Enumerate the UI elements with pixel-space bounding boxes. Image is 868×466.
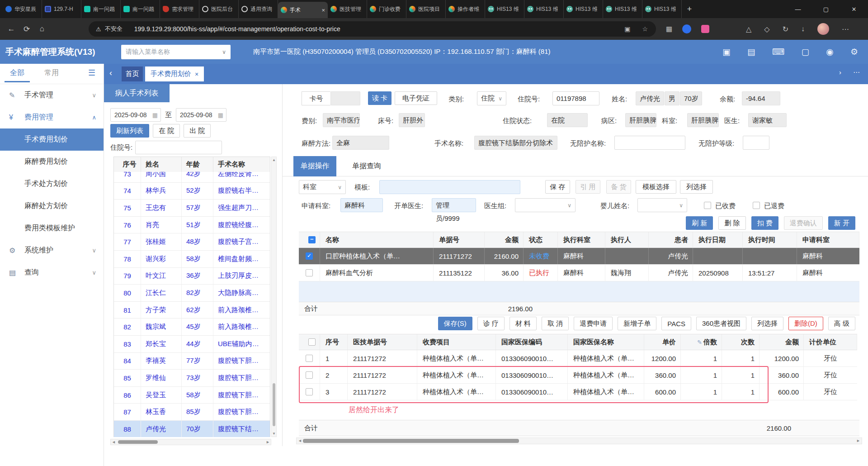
patient-horizontal-scrollbar[interactable]: ◄ ► xyxy=(110,439,271,445)
sidebar-group-query[interactable]: ▤ 查询 ∨ xyxy=(0,262,104,284)
header-tool-icon[interactable]: ▣ xyxy=(722,47,731,57)
req-dept-value[interactable]: 麻醉科 xyxy=(340,198,383,212)
sidebar-item[interactable]: 费用类模板维护 xyxy=(0,217,104,239)
detail-toolbar-button[interactable]: 退费申请 xyxy=(574,317,613,330)
sidebar-group-system[interactable]: ⚙ 系统维护 ∨ xyxy=(0,239,104,262)
extension-pink-icon[interactable] xyxy=(701,25,709,33)
sidebar-tab-all[interactable]: 全部 xyxy=(10,68,24,78)
sidebar-group-fee[interactable]: ¥ 费用管理 ∧ xyxy=(0,106,104,128)
admission-no-input[interactable] xyxy=(135,141,222,154)
card-no-input[interactable] xyxy=(330,91,360,105)
patient-row[interactable]: 78 谢兴彩 58岁 椎间盘射频… xyxy=(114,251,270,268)
order-row[interactable]: 口腔种植体植入术（单… 211171272 2160.00 未收费 麻醉科 卢传… xyxy=(299,248,859,265)
home-icon[interactable]: ⌂ xyxy=(34,24,50,33)
patient-row[interactable]: 81 方子荣 62岁 前入路颈椎… xyxy=(114,302,270,319)
patient-row[interactable]: 87 林玉香 85岁 腹腔镜下胆… xyxy=(114,404,270,421)
new-tab-button[interactable]: + xyxy=(682,0,697,18)
detail-toolbar-button[interactable]: 诊 疗 xyxy=(477,317,505,330)
order-action-button[interactable]: 删 除 xyxy=(718,216,745,230)
hamburger-icon[interactable]: ☰ xyxy=(88,68,95,78)
extension-blue-icon[interactable] xyxy=(682,24,691,33)
tab-list-more-icon[interactable]: ⋯ xyxy=(853,68,860,76)
detail-toolbar-button[interactable]: 新增子单 xyxy=(618,317,656,330)
browser-tab[interactable]: 129.7-H xyxy=(42,0,81,18)
order-action-button[interactable]: 退费确认 xyxy=(784,216,823,230)
scroll-down-icon[interactable]: ▼ xyxy=(272,432,276,436)
alerts-icon[interactable]: △ xyxy=(746,25,751,33)
reload-icon[interactable]: ⟳ xyxy=(19,24,34,34)
scroll-left-icon[interactable]: ◄ xyxy=(112,440,116,444)
tab-order-query[interactable]: 单据查询 xyxy=(346,156,387,176)
patient-row[interactable]: 77 张桂姬 48岁 腹腔镜子宫… xyxy=(114,233,270,251)
select-all-checkbox[interactable] xyxy=(308,236,316,243)
escort-name-input[interactable] xyxy=(614,136,685,150)
browser-tab[interactable]: HIS13 维 xyxy=(603,0,642,18)
detail-toolbar-button[interactable]: 保存(S) xyxy=(438,317,472,330)
row-checkbox[interactable] xyxy=(306,355,313,362)
select-all-checkbox[interactable] xyxy=(308,338,316,346)
extensions-icon[interactable]: ◇ xyxy=(764,25,769,33)
order-action-button[interactable]: 扣 费 xyxy=(751,216,778,230)
patient-row[interactable]: 76 肖亮 51岁 腹腔镜经腹… xyxy=(114,217,270,234)
scrollbar-thumb[interactable] xyxy=(303,439,519,443)
template-select-button[interactable]: 模板选择 xyxy=(636,180,676,194)
date-to-input[interactable]: 2025-09-08 ▦ xyxy=(176,108,226,122)
browser-tab[interactable]: 医院后台 xyxy=(199,0,239,18)
sidebar-item[interactable]: 麻醉费用划价 xyxy=(0,151,104,173)
browser-tab[interactable]: 操作者维 xyxy=(446,0,485,18)
in-hospital-button[interactable]: 在 院 xyxy=(153,124,180,138)
order-action-button[interactable]: 刷 新 xyxy=(686,216,713,230)
browser-tab[interactable]: 需求管理 xyxy=(160,0,199,18)
tab-order-operate[interactable]: 单据操作 xyxy=(293,156,336,176)
header-tool-icon[interactable]: ⌨ xyxy=(772,47,784,57)
patient-row[interactable]: 73 周小国 42岁 左侧经皮肾… xyxy=(114,172,270,183)
active-page-tab[interactable]: 手术费用划价 × xyxy=(145,67,204,81)
sidebar-tab-common[interactable]: 常用 xyxy=(44,68,59,78)
browser-tab[interactable]: 南一问题 xyxy=(121,0,160,18)
patient-row[interactable]: 79 叶文江 36岁 上肢刃厚皮… xyxy=(114,268,270,285)
admission-input[interactable]: 01197898 xyxy=(552,91,599,105)
scroll-right-icon[interactable]: ► xyxy=(266,440,270,444)
row-checkbox[interactable] xyxy=(306,269,313,276)
column-select-button[interactable]: 列选择 xyxy=(680,180,713,194)
dept-filter-select[interactable]: 科室 ∨ xyxy=(299,180,346,194)
detail-row[interactable]: 1 211171272 种植体植入术（单… 013306090010… 种植体植… xyxy=(299,350,857,367)
baby-name-select[interactable]: ∨ xyxy=(637,198,687,212)
save-button[interactable]: 保 存 xyxy=(545,180,570,194)
tab-close-icon[interactable]: × xyxy=(321,7,325,14)
detail-toolbar-button[interactable]: 取 消 xyxy=(542,317,569,330)
sidebar-item[interactable]: 手术费用划价 xyxy=(0,128,104,151)
patient-row[interactable]: 82 魏宗斌 45岁 前入路颈椎… xyxy=(114,319,270,336)
browser-tab[interactable]: 华安星辰 xyxy=(3,0,42,18)
sidebar-item[interactable]: 手术处方划价 xyxy=(0,173,104,195)
browser-tab[interactable]: 手术 × xyxy=(278,2,328,18)
scroll-tabs-right-icon[interactable]: › xyxy=(839,68,841,76)
order-row[interactable]: 麻醉科血气分析 211135122 36.00 已执行 麻醉科 魏海翔 卢传光 … xyxy=(299,265,859,281)
detail-toolbar-button[interactable]: 删除(D) xyxy=(788,317,823,330)
page-action-icon[interactable]: ▣ xyxy=(624,25,630,33)
refunded-checkbox[interactable] xyxy=(753,202,760,209)
scrollbar-thumb[interactable] xyxy=(273,383,275,426)
back-icon[interactable]: ← xyxy=(4,24,19,33)
type-select[interactable]: 住院 ∨ xyxy=(477,91,506,105)
escort-level-input[interactable] xyxy=(743,136,769,150)
scroll-left-icon[interactable]: ◄ xyxy=(298,438,302,443)
browser-tab[interactable]: HIS13 维 xyxy=(642,0,682,18)
order-doctor-value[interactable]: 管理员/9999 xyxy=(432,198,476,212)
menu-search-select[interactable]: 请输入菜单名称 ∨ xyxy=(121,45,231,59)
home-tab[interactable]: 首页 xyxy=(122,67,143,81)
browser-tab[interactable]: 通用查询 xyxy=(239,0,278,18)
detail-row[interactable]: 2 211171272 种植体植入术（单… 013306090010… 种植体植… xyxy=(299,367,857,384)
row-checkbox[interactable] xyxy=(306,388,313,395)
minimize-button[interactable]: — xyxy=(784,0,812,18)
detail-row[interactable]: 3 211171272 种植体植入术（单… 013306090010… 种植体植… xyxy=(299,384,857,400)
keyboard-icon[interactable]: ▦ xyxy=(666,25,672,33)
browser-tab[interactable]: 南一问题 xyxy=(81,0,121,18)
url-bar[interactable]: ⚠ 不安全 199.9.129.29:8000/his-ss/app/#/cos… xyxy=(89,21,656,37)
browser-tab[interactable]: 医技管理 xyxy=(328,0,367,18)
maximize-button[interactable]: ▢ xyxy=(812,0,840,18)
read-card-button[interactable]: 读 卡 xyxy=(368,91,392,105)
header-tool-icon[interactable]: ◉ xyxy=(826,47,834,57)
history-icon[interactable]: ↻ xyxy=(783,25,788,33)
sidebar-item[interactable]: 麻醉处方划价 xyxy=(0,195,104,217)
